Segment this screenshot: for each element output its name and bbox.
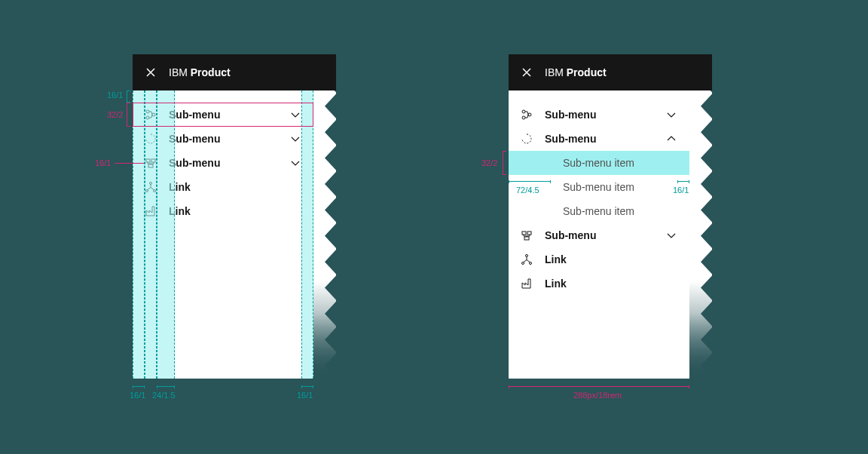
chevron-down-icon	[665, 109, 677, 121]
nav-item-label: Sub-menu	[169, 157, 289, 169]
nav-item-label: Sub-menu	[169, 133, 289, 145]
nav-item-label: Sub-menu	[545, 133, 665, 145]
spec-example-expanded: IBM Product Sub-menu Sub-menu Sub-menu i…	[509, 54, 712, 379]
nav-item-label: Link	[545, 253, 689, 265]
spec-bracket-item-h	[503, 151, 503, 175]
brand-prefix: IBM	[545, 66, 564, 78]
nav-submenu-item[interactable]: Sub-menu	[509, 127, 689, 151]
nav-submenu-child[interactable]: Sub-menu item	[509, 199, 689, 223]
spec-label-gap: 24/1.5	[152, 391, 176, 400]
nav-item-label: Link	[169, 205, 313, 217]
close-icon	[145, 66, 157, 78]
chevron-up-icon	[665, 133, 677, 145]
nav-submenu-item[interactable]: Sub-menu	[133, 103, 313, 127]
nav-item-label: Sub-menu	[545, 109, 665, 121]
nav-subitem-label: Sub-menu item	[563, 181, 689, 193]
spec-label-icon-left: 16/1	[95, 158, 111, 167]
menu-close-button[interactable]	[509, 54, 545, 90]
factory-icon	[521, 278, 533, 290]
nav-submenu-item[interactable]: Sub-menu	[509, 103, 689, 127]
nodes-icon	[145, 181, 157, 193]
factory-icon	[145, 205, 157, 217]
spec-bracket-top-pad	[127, 90, 127, 103]
spec-bracket-panel-w	[509, 386, 689, 387]
spec-bracket-row-h	[127, 103, 127, 127]
menu-close-button[interactable]	[133, 54, 169, 90]
flow-icon	[145, 109, 157, 121]
nav-subitem-label: Sub-menu item	[563, 157, 689, 169]
spec-bracket-gap	[157, 386, 175, 387]
nav-item-label: Sub-menu	[169, 109, 289, 121]
spec-bracket-pad-right	[301, 386, 313, 387]
chevron-down-icon	[289, 109, 301, 121]
nav-subitem-label: Sub-menu item	[563, 205, 689, 217]
nav-link-item[interactable]: Link	[133, 199, 313, 223]
spec-label-row-h: 32/2	[107, 110, 123, 119]
brand-product: Product	[567, 66, 607, 78]
loading-icon	[145, 133, 157, 145]
nav-submenu-item[interactable]: Sub-menu	[509, 223, 689, 247]
nav-submenu-child[interactable]: Sub-menu item	[509, 151, 689, 175]
chevron-down-icon	[665, 229, 677, 241]
side-nav-panel: Sub-menu Sub-menu Sub-menu Link Link	[133, 90, 313, 379]
flow-icon	[521, 109, 533, 121]
chevron-down-icon	[289, 157, 301, 169]
ui-shell-header: IBM Product	[509, 54, 712, 90]
data-icon	[521, 229, 533, 241]
nav-item-label: Link	[169, 181, 313, 193]
brand-product: Product	[191, 66, 231, 78]
spec-label-pad-right: 16/1	[297, 391, 313, 400]
data-icon	[145, 157, 157, 169]
nodes-icon	[521, 253, 533, 265]
spec-label-pad-left: 16/1	[130, 391, 145, 400]
chevron-down-icon	[289, 133, 301, 145]
loading-icon	[521, 133, 533, 145]
nav-item-label: Link	[545, 278, 689, 290]
spec-bracket-pad-left	[133, 386, 145, 387]
spec-label-top-pad: 16/1	[107, 90, 123, 100]
side-nav-panel: Sub-menu Sub-menu Sub-menu item Sub-menu…	[509, 90, 689, 379]
close-icon	[521, 66, 533, 78]
nav-item-label: Sub-menu	[545, 229, 665, 241]
nav-submenu-item[interactable]: Sub-menu	[133, 127, 313, 151]
header-brand[interactable]: IBM Product	[545, 66, 607, 78]
spec-example-collapsed: IBM Product Sub-menu Sub-menu Sub-menu L…	[133, 54, 336, 379]
brand-prefix: IBM	[169, 66, 188, 78]
header-brand[interactable]: IBM Product	[169, 66, 231, 78]
nav-link-item[interactable]: Link	[509, 271, 689, 296]
spec-label-panel-w: 288px/18rem	[573, 391, 622, 400]
spec-label-item-h: 32/2	[481, 158, 497, 167]
nav-link-item[interactable]: Link	[133, 175, 313, 199]
nav-link-item[interactable]: Link	[509, 247, 689, 271]
nav-submenu-item[interactable]: Sub-menu	[133, 151, 313, 175]
ui-shell-header: IBM Product	[133, 54, 336, 90]
nav-submenu-child[interactable]: Sub-menu item	[509, 175, 689, 199]
